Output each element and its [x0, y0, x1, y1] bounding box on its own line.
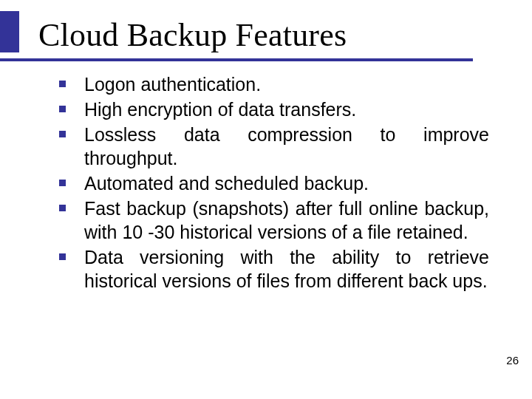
page-number: 26 — [506, 354, 519, 366]
title-underline — [0, 58, 473, 61]
title-accent-bar — [0, 11, 19, 52]
slide-title: Cloud Backup Features — [31, 16, 504, 54]
list-item: Lossless data compression to improve thr… — [53, 123, 489, 170]
list-item: Fast backup (snapshots) after full onlin… — [53, 197, 489, 244]
slide: Cloud Backup Features Logon authenticati… — [0, 0, 532, 399]
list-item: Data versioning with the ability to retr… — [53, 245, 489, 293]
bullet-list: Logon authentication. High encryption of… — [53, 72, 489, 293]
title-accent-gap — [19, 11, 27, 52]
list-item: Automated and scheduled backup. — [53, 171, 489, 195]
list-item: High encryption of data transfers. — [53, 98, 489, 121]
slide-body: Logon authentication. High encryption of… — [53, 72, 489, 294]
title-block: Cloud Backup Features — [31, 16, 504, 61]
list-item: Logon authentication. — [53, 72, 489, 96]
